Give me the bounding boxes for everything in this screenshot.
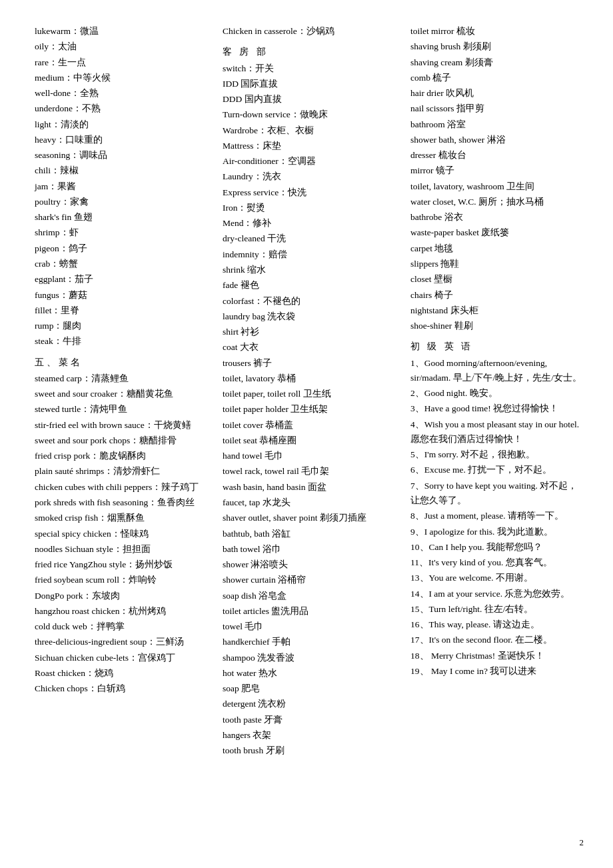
list-item: slippers 拖鞋 xyxy=(410,257,586,271)
list-item: 7、Sorry to have kept you waiting. 对不起，让您… xyxy=(410,479,586,509)
list-item: shower 淋浴喷头 xyxy=(223,557,398,572)
list-item: 6、Excuse me. 打扰一下，对不起。 xyxy=(410,463,586,477)
list-item: shaving brush 剃须刷 xyxy=(410,39,586,54)
list-item: DongPo pork：东坡肉 xyxy=(35,589,211,603)
list-item: jam：果酱 xyxy=(35,179,211,194)
list-item: fade 褪色 xyxy=(223,278,398,293)
list-item: 8、Just a moment, please. 请稍等一下。 xyxy=(410,509,586,523)
list-item: sweet and sour pork chops：糖醋排骨 xyxy=(35,433,211,448)
list-item: hair drier 吹风机 xyxy=(410,86,586,101)
list-item: underdone：不熟 xyxy=(35,101,211,116)
list-item: toilet, lavatory, washroom 卫生间 xyxy=(410,179,586,194)
list-item: shaver outlet, shaver point 剃须刀插座 xyxy=(223,511,398,525)
list-item: 13、You are welcome. 不用谢。 xyxy=(410,571,586,585)
list-item: 14、I am at your service. 乐意为您效劳。 xyxy=(410,587,586,601)
list-item: fried rice YangZhou style：扬州炒饭 xyxy=(35,557,211,572)
list-item: noodles Sichuan style：担担面 xyxy=(35,542,211,557)
list-item: steak：牛排 xyxy=(35,334,211,349)
list-item: Express service：快洗 xyxy=(223,185,398,200)
list-item: toilet seat 恭桶座圈 xyxy=(223,433,398,448)
list-item: fried crisp pork：脆皮锅酥肉 xyxy=(35,449,211,463)
list-item: indemnity：赔偿 xyxy=(223,247,398,262)
list-item: 11、It's very kind of you. 您真客气。 xyxy=(410,555,586,570)
list-item: DDD 国内直拔 xyxy=(223,92,398,107)
list-item: 五、菜名 xyxy=(35,355,211,370)
list-item: shirt 衬衫 xyxy=(223,325,398,339)
list-item: 19、 May I come in? 我可以进来 xyxy=(410,664,586,679)
list-item: light：清淡的 xyxy=(35,117,211,132)
list-item: shrink 缩水 xyxy=(223,263,398,277)
list-item: toilet cover 恭桶盖 xyxy=(223,418,398,433)
list-item: well-done：全熟 xyxy=(35,86,211,101)
list-item: 2、Good night. 晚安。 xyxy=(410,386,586,401)
list-item: 10、Can I help you. 我能帮您吗？ xyxy=(410,540,586,555)
list-item: colorfast：不褪色的 xyxy=(223,294,398,309)
list-item: sweet and sour croaker：糖醋黄花鱼 xyxy=(35,387,211,401)
list-item: nail scissors 指甲剪 xyxy=(410,101,586,116)
list-item: tooth brush 牙刷 xyxy=(223,743,398,758)
list-item: lukewarm：微温 xyxy=(35,24,211,39)
list-item: switch：开关 xyxy=(223,61,398,76)
list-item: toilet paper, toilet roll 卫生纸 xyxy=(223,387,398,401)
list-item: hand towel 毛巾 xyxy=(223,449,398,463)
list-item: medium：中等火候 xyxy=(35,71,211,85)
list-item: seasoning：调味品 xyxy=(35,148,211,163)
list-item: 5、I'm sorry. 对不起，很抱歉。 xyxy=(410,447,586,462)
list-item: hangzhou roast chicken：杭州烤鸡 xyxy=(35,604,211,619)
list-item: Air-conditioner：空调器 xyxy=(223,154,398,169)
list-item: bathtub, bath 浴缸 xyxy=(223,527,398,541)
list-item: dresser 梳妆台 xyxy=(410,148,586,163)
list-item: shoe-shiner 鞋刷 xyxy=(410,319,586,333)
list-item: mirror 镜子 xyxy=(410,163,586,178)
list-item: Mattress：床垫 xyxy=(223,139,398,153)
list-item: 客 房 部 xyxy=(223,45,398,59)
list-item: detergent 洗衣粉 xyxy=(223,697,398,711)
list-item: water closet, W.C. 厕所；抽水马桶 xyxy=(410,195,586,209)
column-2: Chicken in casserole：沙锅鸡客 房 部switch：开关ID… xyxy=(223,24,398,759)
list-item: poultry：家禽 xyxy=(35,195,211,209)
list-item: faucet, tap 水龙头 xyxy=(223,495,398,510)
list-item: chairs 椅子 xyxy=(410,288,586,303)
list-item: dry-cleaned 干洗 xyxy=(223,231,398,246)
list-item: handkerchief 手帕 xyxy=(223,635,398,649)
list-item: coat 大衣 xyxy=(223,340,398,355)
list-item: carpet 地毯 xyxy=(410,241,586,256)
list-item: towel rack, towel rail 毛巾架 xyxy=(223,464,398,479)
list-item: chili：辣椒 xyxy=(35,163,211,178)
list-item: soap dish 浴皂盒 xyxy=(223,589,398,603)
list-item: pigeon：鸽子 xyxy=(35,241,211,256)
list-item: 初 级 英 语 xyxy=(410,339,586,354)
list-item: chicken cubes with chili peppers：辣子鸡丁 xyxy=(35,480,211,495)
list-item: rump：腿肉 xyxy=(35,319,211,333)
list-item: fillet：里脊 xyxy=(35,303,211,318)
list-item: bathrobe 浴衣 xyxy=(410,210,586,225)
list-item: waste-paper basket 废纸篓 xyxy=(410,225,586,240)
list-item: comb 梳子 xyxy=(410,71,586,85)
list-item: IDD 国际直拔 xyxy=(223,77,398,91)
column-1: lukewarm：微温oily：太油rare：生一点medium：中等火候wel… xyxy=(35,24,211,759)
list-item: heavy：口味重的 xyxy=(35,133,211,147)
list-item: eggplant：茄子 xyxy=(35,272,211,287)
list-item: toilet paper holder 卫生纸架 xyxy=(223,402,398,417)
list-item: Wardrobe：衣柜、衣橱 xyxy=(223,123,398,138)
list-item: hot water 热水 xyxy=(223,666,398,681)
list-item: toilet, lavatory 恭桶 xyxy=(223,371,398,386)
list-item: bath towel 浴巾 xyxy=(223,542,398,557)
list-item: 3、Have a good time! 祝您过得愉快！ xyxy=(410,401,586,416)
list-item: Laundry：洗衣 xyxy=(223,169,398,184)
list-item: bathroom 浴室 xyxy=(410,117,586,132)
list-item: stewed turtle：清炖甲鱼 xyxy=(35,402,211,417)
list-item: oily：太油 xyxy=(35,39,211,54)
list-item: laundry bag 洗衣袋 xyxy=(223,309,398,324)
list-item: trousers 裤子 xyxy=(223,356,398,371)
list-item: stir-fried eel with brown sauce：干烧黄鳝 xyxy=(35,418,211,433)
list-item: Turn-down service：做晚床 xyxy=(223,107,398,122)
list-item: plain sauté shrimps：清炒滑虾仁 xyxy=(35,464,211,479)
list-item: smoked crisp fish：烟熏酥鱼 xyxy=(35,511,211,525)
list-item: Roast chicken：烧鸡 xyxy=(35,666,211,681)
list-item: toilet articles 盥洗用品 xyxy=(223,604,398,619)
list-item: 16、This way, please. 请这边走。 xyxy=(410,617,586,632)
list-item: closet 壁橱 xyxy=(410,272,586,287)
list-item: 17、It's on the second floor. 在二楼。 xyxy=(410,633,586,647)
list-item: three-delicious-ingredient soup：三鲜汤 xyxy=(35,635,211,649)
